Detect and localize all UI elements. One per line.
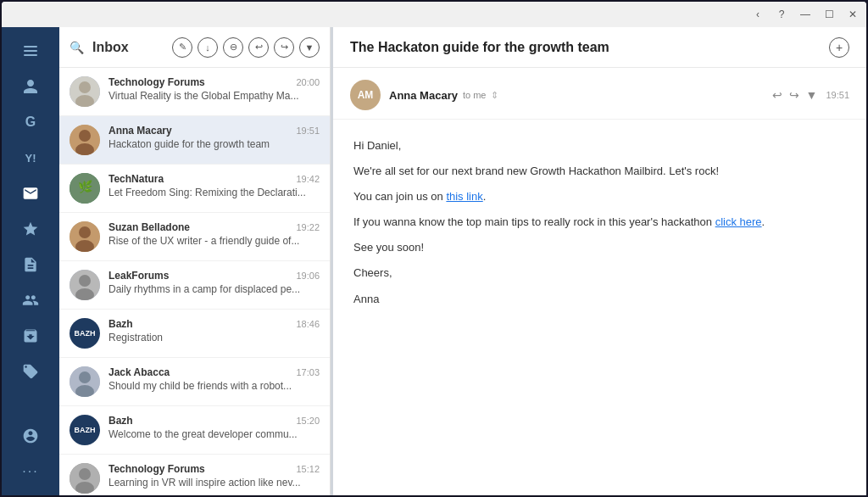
email-line2-pre: You can join us on xyxy=(353,190,446,203)
email-view-header: The Hackaton guide for the growth team + xyxy=(333,27,866,68)
email-sender: TechNatura xyxy=(108,173,164,185)
sidebar-item-people[interactable] xyxy=(9,283,52,317)
email-subject: Should my child be friends with a robot.… xyxy=(108,380,320,392)
email-list: Technology Forums 20:00 Virtual Reality … xyxy=(59,68,330,495)
people-icon xyxy=(22,292,39,309)
email-content: LeakForums 19:06 Daily rhythms in a camp… xyxy=(108,270,320,295)
add-button[interactable]: + xyxy=(829,37,849,58)
sidebar-item-inbox[interactable] xyxy=(9,176,52,210)
email-line3-pre: If you wanna know the top main tips to r… xyxy=(353,215,715,228)
maximize-btn[interactable]: ☐ xyxy=(822,8,836,21)
click-here-link[interactable]: click here xyxy=(715,215,762,228)
email-content: Bazh 15:20 Welcome to the great develope… xyxy=(108,415,320,440)
email-subject: Rise of the UX writer - a friendly guide… xyxy=(108,235,320,247)
email-sender: Jack Abacca xyxy=(108,366,170,378)
sidebar-item-starred[interactable] xyxy=(9,212,52,246)
window-controls: ‹ ? — ☐ ✕ xyxy=(751,8,860,21)
back-btn[interactable]: ‹ xyxy=(751,8,765,21)
tag-icon xyxy=(22,363,39,380)
email-list-item[interactable]: BAZH Bazh 18:46 Registration xyxy=(59,310,330,358)
sidebar-item-more[interactable]: ··· xyxy=(9,455,52,489)
reply-action-btn[interactable]: ↩ xyxy=(772,88,782,102)
email-sender: Anna Macary xyxy=(108,125,172,137)
svg-text:🌿: 🌿 xyxy=(78,180,93,194)
email-list-item[interactable]: 🌿 TechNatura 19:42 Let Freedom Sing: Rem… xyxy=(59,165,330,213)
email-sender: LeakForums xyxy=(108,270,169,282)
inbox-title: Inbox xyxy=(92,40,164,55)
email-subject: Learning in VR will inspire action like … xyxy=(108,477,320,489)
more-icon-btn[interactable]: ▼ xyxy=(299,37,320,58)
more-action-btn[interactable]: ▼ xyxy=(806,88,818,102)
email-subject: Daily rhythms in a camp for displaced pe… xyxy=(108,283,320,295)
avatar: BAZH xyxy=(70,318,100,349)
email-line1: We're all set for our next brand new Gro… xyxy=(353,162,846,181)
reply-icon-btn[interactable]: ↩ xyxy=(248,37,269,58)
email-time: 18:46 xyxy=(296,319,320,329)
download-icon-btn[interactable]: ↓ xyxy=(198,37,218,58)
email-line3: If you wanna know the top main tips to r… xyxy=(353,213,846,232)
google-icon: G xyxy=(25,114,36,130)
email-list-item[interactable]: Anna Macary 19:51 Hackaton guide for the… xyxy=(59,116,330,165)
email-time: 17:03 xyxy=(296,367,320,377)
delete-icon-btn[interactable]: ⊖ xyxy=(223,37,243,58)
email-subject: Let Freedom Sing: Remixing the Declarati… xyxy=(108,187,320,198)
email-meta: Bazh 15:20 xyxy=(108,415,320,427)
avatar xyxy=(70,463,100,494)
help-btn[interactable]: ? xyxy=(775,8,788,21)
sidebar-item-tags[interactable] xyxy=(9,355,52,388)
email-greeting: Hi Daniel, xyxy=(353,137,846,155)
sidebar-item-google[interactable]: G xyxy=(9,105,52,139)
avatar xyxy=(70,221,100,252)
sidebar-item-contacts[interactable] xyxy=(9,70,52,103)
email-timestamp: 19:51 xyxy=(826,90,849,100)
email-time: 19:42 xyxy=(296,174,320,184)
email-meta: Jack Abacca 17:03 xyxy=(108,366,320,378)
email-content: Anna Macary 19:51 Hackaton guide for the… xyxy=(108,125,320,150)
forward-icon-btn[interactable]: ↪ xyxy=(274,37,294,58)
sidebar: G Y! xyxy=(2,27,59,495)
minimize-btn[interactable]: — xyxy=(798,8,812,21)
svg-point-1 xyxy=(79,81,91,93)
contacts-icon xyxy=(22,78,39,95)
archive-icon xyxy=(22,327,39,344)
email-sender: Bazh xyxy=(108,318,133,330)
email-list-item[interactable]: BAZH Bazh 15:20 Welcome to the great dev… xyxy=(59,406,330,455)
forward-action-btn[interactable]: ↪ xyxy=(789,88,799,102)
email-content: Technology Forums 15:12 Learning in VR w… xyxy=(108,463,320,489)
compose-icon-btn[interactable]: ✎ xyxy=(172,37,192,58)
email-list-item[interactable]: Technology Forums 20:00 Virtual Reality … xyxy=(59,68,330,116)
sidebar-top: G Y! xyxy=(9,34,52,388)
email-line2: You can join us on this link. xyxy=(353,187,846,206)
sidebar-item-account[interactable] xyxy=(9,419,52,453)
email-body: Hi Daniel, We're all set for our next br… xyxy=(333,120,866,495)
email-content: Technology Forums 20:00 Virtual Reality … xyxy=(108,76,320,102)
email-list-item[interactable]: LeakForums 19:06 Daily rhythms in a camp… xyxy=(59,261,330,310)
email-meta: Bazh 18:46 xyxy=(108,318,320,330)
email-list-header: 🔍 Inbox ✎ ↓ ⊖ ↩ ↪ ▼ xyxy=(59,27,330,68)
email-sender: Technology Forums xyxy=(108,463,205,475)
sort-icon[interactable]: ⇕ xyxy=(491,90,498,101)
email-list-item[interactable]: Jack Abacca 17:03 Should my child be fri… xyxy=(59,358,330,406)
sender-avatar: AM xyxy=(350,80,381,110)
menu-toggle[interactable] xyxy=(9,34,52,68)
this-link[interactable]: this link xyxy=(446,190,482,203)
svg-point-12 xyxy=(79,275,91,287)
email-time: 15:20 xyxy=(296,416,320,426)
email-time: 15:12 xyxy=(296,464,320,474)
email-time: 20:00 xyxy=(296,77,320,87)
email-meta: Suzan Belladone 19:22 xyxy=(108,221,320,233)
email-subject: Registration xyxy=(108,332,320,343)
sidebar-item-draft[interactable] xyxy=(9,248,52,282)
email-sender: Bazh xyxy=(108,415,133,427)
email-content: Bazh 18:46 Registration xyxy=(108,318,320,343)
avatar: 🌿 xyxy=(70,173,100,204)
sender-info: Anna Macary to me ⇕ xyxy=(389,89,764,102)
close-btn[interactable]: ✕ xyxy=(846,8,860,21)
email-list-item[interactable]: Technology Forums 15:12 Learning in VR w… xyxy=(59,455,330,495)
sidebar-item-archive[interactable] xyxy=(9,319,52,353)
email-list-item[interactable]: Suzan Belladone 19:22 Rise of the UX wri… xyxy=(59,213,330,261)
email-line4: See you soon! xyxy=(353,238,846,257)
sidebar-item-yahoo[interactable]: Y! xyxy=(9,141,52,175)
search-icon[interactable]: 🔍 xyxy=(70,41,84,54)
email-content: TechNatura 19:42 Let Freedom Sing: Remix… xyxy=(108,173,320,198)
